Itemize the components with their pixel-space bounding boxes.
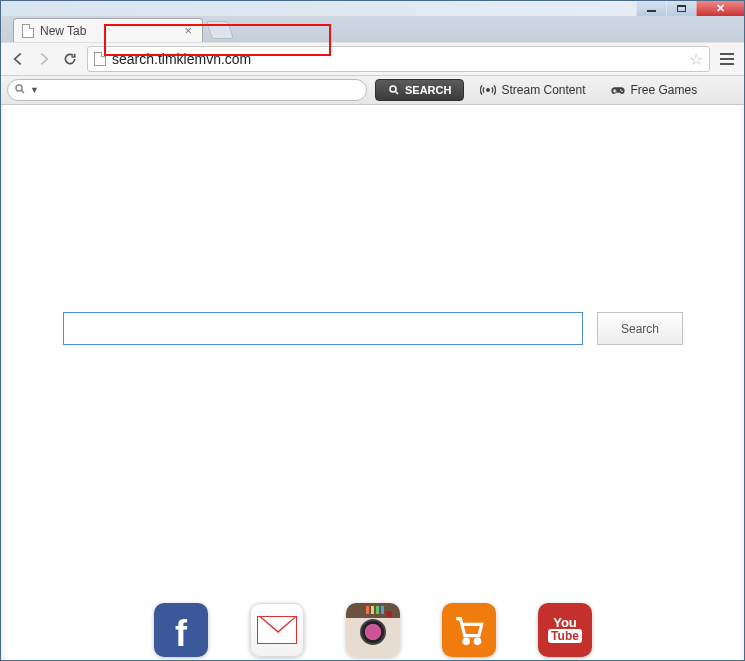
- menu-button[interactable]: [718, 51, 736, 67]
- url-input[interactable]: [112, 51, 683, 67]
- broadcast-icon: [480, 82, 496, 98]
- dropdown-icon[interactable]: ▼: [30, 85, 39, 95]
- stream-content-label: Stream Content: [501, 83, 585, 97]
- page-content: Search f You Tube: [1, 105, 744, 661]
- window-titlebar: ✕: [1, 1, 744, 16]
- main-search-input[interactable]: [63, 312, 583, 345]
- gmail-shortcut[interactable]: [250, 603, 304, 657]
- tab-strip: New Tab ×: [1, 16, 744, 42]
- cart-icon: [452, 613, 486, 647]
- youtube-icon-bottom: Tube: [548, 629, 582, 643]
- toolbar-search-input[interactable]: [43, 83, 360, 97]
- document-icon: [22, 24, 34, 38]
- site-icon: [94, 52, 106, 66]
- stream-content-link[interactable]: Stream Content: [472, 82, 593, 98]
- instagram-icon: [366, 606, 384, 614]
- svg-point-0: [16, 85, 22, 91]
- facebook-icon: f: [175, 613, 187, 655]
- window-maximize-button[interactable]: [666, 1, 696, 16]
- tab-title: New Tab: [40, 24, 86, 38]
- reload-button[interactable]: [61, 50, 79, 68]
- tab-close-icon[interactable]: ×: [182, 23, 194, 38]
- svg-point-7: [464, 639, 469, 644]
- svg-point-8: [475, 639, 480, 644]
- address-bar[interactable]: ☆: [87, 46, 710, 72]
- gmail-icon: [257, 616, 297, 644]
- toolbar-search-button[interactable]: SEARCH: [375, 79, 464, 101]
- forward-button[interactable]: [35, 50, 53, 68]
- window-minimize-button[interactable]: [636, 1, 666, 16]
- toolbar-search-button-label: SEARCH: [405, 84, 451, 96]
- bookmark-star-icon[interactable]: ☆: [689, 50, 703, 69]
- facebook-shortcut[interactable]: f: [154, 603, 208, 657]
- svg-point-1: [390, 86, 396, 92]
- free-games-link[interactable]: Free Games: [602, 82, 706, 98]
- window-close-button[interactable]: ✕: [696, 1, 744, 16]
- instagram-shortcut[interactable]: [346, 603, 400, 657]
- back-button[interactable]: [9, 50, 27, 68]
- navigation-toolbar: ☆: [1, 42, 744, 76]
- svg-point-5: [619, 89, 621, 91]
- extension-toolbar: ▼ SEARCH Stream Content Free Games: [1, 76, 744, 105]
- browser-tab[interactable]: New Tab ×: [13, 18, 203, 42]
- youtube-shortcut[interactable]: You Tube: [538, 603, 592, 657]
- gamepad-icon: [610, 82, 626, 98]
- toolbar-search-field[interactable]: ▼: [7, 79, 367, 101]
- shopping-shortcut[interactable]: [442, 603, 496, 657]
- main-search-row: Search: [2, 312, 744, 345]
- free-games-label: Free Games: [631, 83, 698, 97]
- svg-point-6: [621, 91, 623, 93]
- main-search-button[interactable]: Search: [597, 312, 683, 345]
- youtube-icon-top: You: [553, 617, 577, 629]
- svg-rect-4: [613, 90, 616, 91]
- window-controls: ✕: [636, 1, 744, 16]
- svg-point-2: [487, 89, 490, 92]
- app-shortcuts-row: f You Tube: [2, 603, 744, 657]
- new-tab-button[interactable]: [206, 21, 234, 39]
- search-icon: [14, 83, 26, 98]
